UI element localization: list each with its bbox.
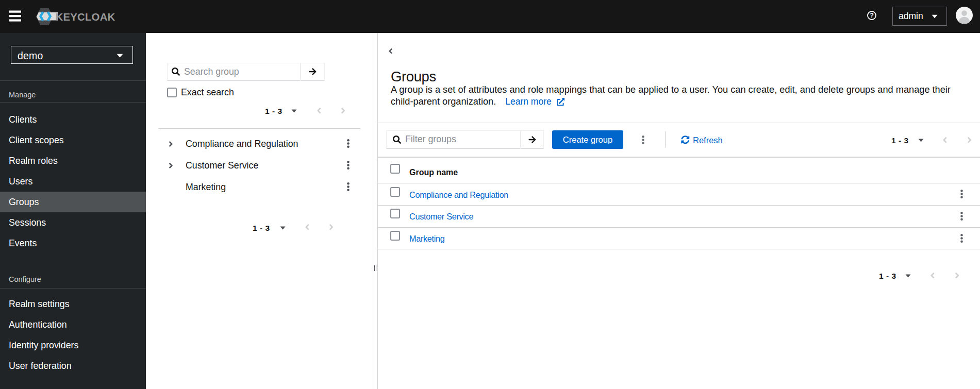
- svg-text:?: ?: [870, 12, 874, 19]
- svg-text:KEYCLOAK: KEYCLOAK: [56, 11, 115, 23]
